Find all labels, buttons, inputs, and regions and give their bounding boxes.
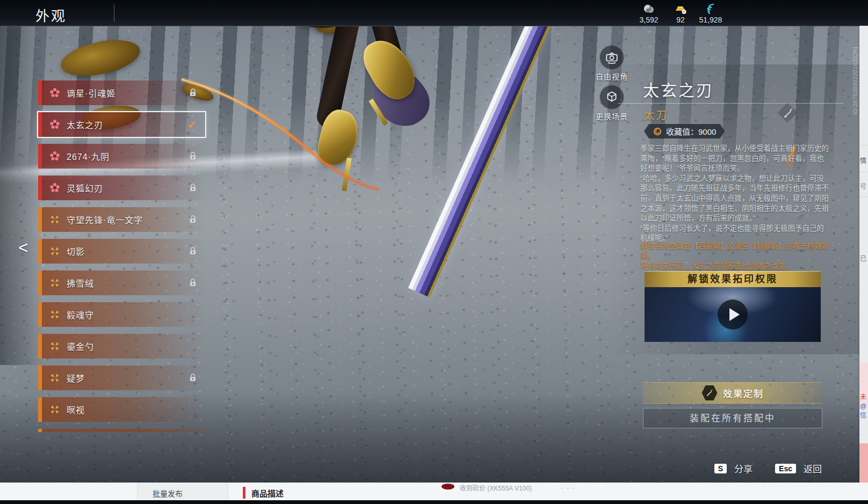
- quality-icon: [49, 182, 60, 193]
- lock-icon: [189, 278, 197, 289]
- hexagon-sword-icon: [701, 385, 718, 401]
- skin-list-item[interactable]: 谪星·引魂姬 ✓: [38, 81, 205, 105]
- orange-pinwheel-icon: [49, 309, 60, 320]
- effect-note: 解锁后将会改变【百裂斩】及凌空【刹那斩】的攻击特效效果。: [640, 242, 831, 260]
- katana-emblem: [778, 103, 798, 123]
- title-underline: [618, 103, 843, 104]
- orange-pinwheel-icon: [49, 214, 60, 225]
- lore-paragraph: 季家三郎自降生在习武世家，从小便受着战主祖门家历史的熏陶，“瞧着多好的一把刀，忽…: [640, 144, 829, 174]
- red-flower-icon: [49, 151, 60, 162]
- skin-name: 毅魂守: [67, 308, 94, 321]
- bottom-black-bar: [0, 500, 868, 504]
- quality-icon: [49, 404, 60, 415]
- batch-publish-tab[interactable]: 批量发布: [137, 483, 228, 500]
- play-button[interactable]: [718, 300, 748, 330]
- effect-notes: 解锁后将会改变【百裂斩】及凌空【刹那斩】的攻击特效效果。 将特效关闭后，太玄之刃…: [640, 242, 831, 272]
- katana-icon: [781, 106, 795, 120]
- lore-text: 季家三郎自降生在习武世家，从小便受着战主祖门家历史的熏陶，“瞧着多好的一把刀，忽…: [640, 144, 829, 244]
- skin-list-item[interactable]: 灵狐幻刃 ✓: [38, 176, 205, 200]
- red-flower-icon: [49, 119, 60, 130]
- skin-name: 2674·九阴: [67, 150, 110, 163]
- title-divider: [114, 4, 114, 22]
- quality-icon: [49, 372, 60, 383]
- skin-name: 鎏金勺: [67, 340, 94, 353]
- orange-pinwheel-icon: [49, 277, 60, 288]
- weapon-type: 太刀: [644, 107, 668, 122]
- lore-paragraph: “哈哈，多少习武之人梦寐以求之物，想让此刀认主，可没那么容易。此刀随先祖征战多年…: [640, 174, 829, 224]
- quality-icon: [49, 119, 60, 130]
- skin-name: 拂雪绒: [67, 276, 94, 289]
- share-label[interactable]: 分享: [734, 462, 753, 475]
- quality-icon: [49, 309, 60, 320]
- skin-list-item[interactable]: 2674·九阴 ✓: [38, 144, 205, 169]
- skin-name: 守望先锋·竜一文字: [67, 213, 143, 226]
- cube-icon: [605, 90, 619, 104]
- spiral-currency-icon: [691, 3, 730, 15]
- quality-icon: [49, 214, 60, 225]
- share-keycap[interactable]: S: [714, 464, 727, 473]
- red-flower-icon: [49, 182, 60, 193]
- item-title: 太玄之刃: [643, 77, 714, 101]
- free-camera-button[interactable]: [599, 45, 624, 70]
- lock-icon: [189, 183, 197, 194]
- orange-pinwheel-icon: [49, 372, 60, 383]
- back-label[interactable]: 返回: [804, 462, 822, 475]
- quality-icon: [49, 277, 60, 288]
- skin-list-item[interactable]: 毅魂守 ✓: [38, 302, 205, 327]
- clipped-side-window: 情 号 已 未 @信: [859, 26, 868, 500]
- lock-icon: [189, 246, 197, 258]
- unlock-effect-banner[interactable]: 解锁效果拓印权限: [645, 271, 821, 287]
- skin-list-item[interactable]: 守望先锋·竜一文字 ✓: [38, 207, 205, 232]
- page-title: 外观: [35, 5, 67, 25]
- section-marker: [243, 487, 245, 499]
- top-bar: [0, 0, 868, 26]
- appearance-screen: 外观 3,592 92 51,928 谪星·引魂姬: [0, 0, 868, 504]
- back-keycap[interactable]: Esc: [775, 464, 796, 473]
- skin-name: 谪星·引魂姬: [67, 86, 115, 99]
- product-desc-label: 商品描述: [251, 487, 284, 499]
- skin-name: 暝视: [67, 403, 85, 416]
- notification-dot: [442, 484, 454, 490]
- skin-name: 切影: [67, 245, 85, 258]
- collection-value: 收藏值：9000: [666, 126, 716, 137]
- equipped-status-button[interactable]: 装配在所有搭配中: [643, 408, 822, 428]
- skin-list-item[interactable]: 拂雪绒 ✓: [38, 271, 205, 295]
- clipped-text-unread: 未: [860, 392, 866, 401]
- change-scene-button[interactable]: [599, 85, 624, 109]
- red-flower-icon: [49, 87, 60, 98]
- background-window-strip: 批量发布 商品描述 收到砍价 (XK555A V100) - - -: [0, 483, 868, 500]
- key-hints: S 分享 Esc 返回: [714, 462, 822, 475]
- batch-publish-label: 批量发布: [153, 488, 183, 499]
- collection-icon: [653, 127, 662, 136]
- effect-preview-video[interactable]: [645, 287, 821, 342]
- lock-icon: [189, 373, 197, 384]
- check-icon: ✓: [187, 118, 197, 131]
- lock-icon: [189, 88, 197, 99]
- orange-pinwheel-icon: [49, 404, 60, 415]
- quality-icon: [49, 151, 60, 162]
- currency-spiral: 51,928: [691, 3, 730, 24]
- skin-list-item[interactable]: 太玄之刃 ✓: [38, 112, 205, 137]
- effect-note: 将特效关闭后，太玄之刃的形态也会随之改变。: [640, 261, 831, 271]
- free-camera-label: 自由视角: [580, 71, 644, 82]
- skin-list-item[interactable]: 鎏金勺 ✓: [38, 334, 205, 359]
- skin-list-item[interactable]: 疑梦 ✓: [38, 366, 205, 390]
- skin-name: 疑梦: [67, 371, 85, 384]
- skin-name: 太玄之刃: [67, 118, 103, 131]
- effect-customize-button[interactable]: 效果定制: [643, 382, 822, 404]
- clipped-text-done: 已: [860, 253, 866, 262]
- orange-pinwheel-icon: [49, 341, 60, 352]
- collapse-list-chevron[interactable]: <: [18, 238, 28, 258]
- spiral-value: 51,928: [691, 16, 730, 24]
- clipped-text-num: 号: [860, 181, 866, 191]
- skin-list-item[interactable]: 暝视 ✓: [38, 397, 205, 422]
- skin-list-item-partial[interactable]: [38, 429, 205, 432]
- player-id-watermark: ID:26753800220163[QN]: [852, 39, 859, 115]
- skin-list-item[interactable]: 切影 ✓: [38, 239, 205, 264]
- orange-pinwheel-icon: [49, 246, 60, 257]
- skin-list: 谪星·引魂姬 ✓ 太玄之刃 ✓: [38, 81, 205, 422]
- lock-icon: [189, 151, 197, 163]
- quality-icon: [49, 246, 60, 257]
- customize-label: 效果定制: [723, 386, 764, 400]
- change-scene-label: 更换场景: [580, 111, 644, 121]
